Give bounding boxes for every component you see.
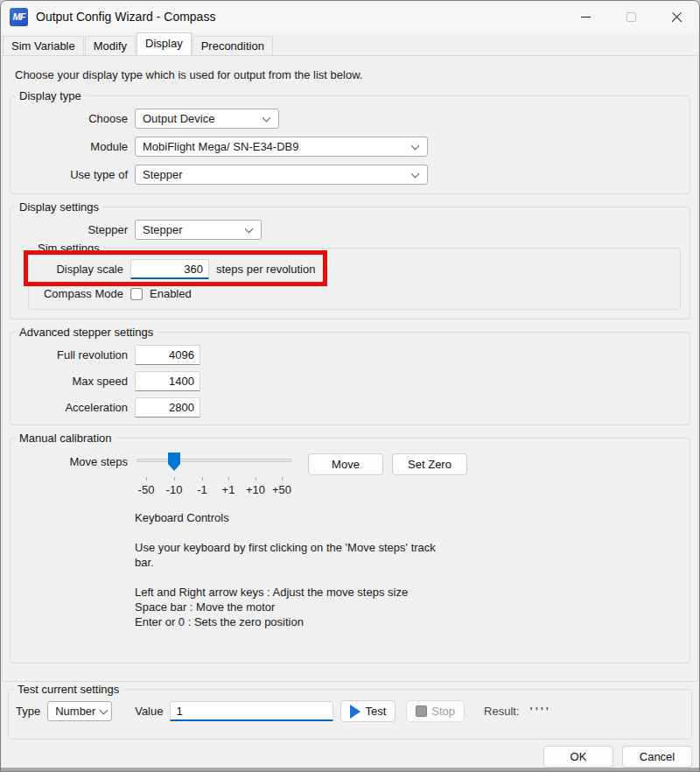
keyboard-controls-block: Keyboard Controls Use your keyboard by f… xyxy=(135,510,441,629)
titlebar: MF Output Config Wizard - Compass xyxy=(1,1,699,32)
slider-tick-mark xyxy=(282,477,283,481)
test-type-value: Number xyxy=(55,705,95,718)
test-current-settings-group: Test current settings Type Number Value … xyxy=(8,689,692,740)
acceleration-input[interactable] xyxy=(135,397,200,418)
maximize-button[interactable] xyxy=(608,1,654,32)
chevron-down-icon xyxy=(262,113,271,122)
display-tab-page: Choose your display type which is used f… xyxy=(2,55,698,682)
display-settings-group: Display settings Stepper Stepper Sim set… xyxy=(10,207,690,319)
use-type-of-select[interactable]: Stepper xyxy=(135,165,428,185)
slider-tick-mark xyxy=(174,477,175,481)
max-speed-input[interactable] xyxy=(135,371,200,391)
module-value: MobiFlight Mega/ SN-E34-DB9 xyxy=(143,140,298,153)
window-title: Output Config Wizard - Compass xyxy=(36,10,215,24)
result-value: '''' xyxy=(530,705,551,718)
display-type-group-title: Display type xyxy=(16,89,85,102)
result-label: Result: xyxy=(484,705,519,718)
caption-buttons xyxy=(563,1,699,32)
compass-mode-label: Compass Mode xyxy=(36,287,123,300)
slider-track[interactable] xyxy=(136,459,292,462)
type-label: Type xyxy=(16,705,40,718)
keyboard-controls-intro: Use your keyboard by first clicking on t… xyxy=(135,540,441,570)
full-revolution-label: Full revolution xyxy=(18,348,128,361)
stop-button-label: Stop xyxy=(431,705,455,718)
minimize-button[interactable] xyxy=(563,1,608,32)
minimize-icon xyxy=(581,17,591,18)
window-bottom-edge xyxy=(1,768,699,772)
test-button-label: Test xyxy=(365,705,386,718)
maximize-icon xyxy=(626,12,636,22)
full-revolution-input[interactable] xyxy=(135,345,200,365)
stop-icon xyxy=(416,705,427,717)
move-button[interactable]: Move xyxy=(308,453,383,475)
sim-settings-group-title: Sim settings xyxy=(34,242,103,255)
chevron-down-icon xyxy=(100,705,108,714)
chevron-down-icon xyxy=(411,141,420,150)
slider-tick-label: +10 xyxy=(246,483,265,496)
move-steps-trackbar[interactable]: -50 -10 -1 +1 +10 +50 xyxy=(135,451,298,496)
slider-tick-mark xyxy=(228,477,229,481)
test-button[interactable]: Test xyxy=(340,700,396,722)
slider-tick-label: -50 xyxy=(138,483,155,496)
slider-tick-mark xyxy=(146,477,147,481)
test-current-settings-group-title: Test current settings xyxy=(14,683,122,696)
display-settings-group-title: Display settings xyxy=(16,200,102,214)
slider-tick-label: -1 xyxy=(197,483,207,496)
move-steps-label: Move steps xyxy=(18,455,128,468)
manual-calibration-group-title: Manual calibration xyxy=(16,432,116,445)
keyboard-controls-line: Space bar : Move the motor xyxy=(135,600,441,614)
compass-mode-enabled-text: Enabled xyxy=(150,287,192,300)
stepper-select[interactable]: Stepper xyxy=(135,220,262,240)
chevron-down-icon xyxy=(245,224,254,233)
close-icon xyxy=(671,11,682,23)
slider-tick-label: +1 xyxy=(222,483,235,496)
advanced-stepper-settings-group-title: Advanced stepper settings xyxy=(16,326,157,339)
module-select[interactable]: MobiFlight Mega/ SN-E34-DB9 xyxy=(135,137,428,157)
manual-calibration-group: Manual calibration Move steps -50 -10 -1… xyxy=(10,438,690,663)
display-type-group: Display type Choose Output Device Module… xyxy=(10,95,690,194)
stepper-label: Stepper xyxy=(18,223,128,236)
compass-mode-checkbox[interactable] xyxy=(130,288,143,300)
keyboard-controls-title: Keyboard Controls xyxy=(135,510,441,525)
cancel-button[interactable]: Cancel xyxy=(622,746,692,768)
choose-label: Choose xyxy=(18,112,128,125)
ok-button[interactable]: OK xyxy=(543,746,613,768)
keyboard-controls-line: Enter or 0 : Sets the zero position xyxy=(135,614,441,629)
display-scale-suffix: steps per revolution xyxy=(216,263,315,276)
mobiflight-logo-icon: MF xyxy=(10,8,28,26)
intro-text: Choose your display type which is used f… xyxy=(15,68,692,81)
acceleration-label: Acceleration xyxy=(18,401,128,414)
use-type-of-value: Stepper xyxy=(143,168,183,181)
set-zero-button[interactable]: Set Zero xyxy=(392,453,467,475)
value-label: Value xyxy=(135,705,163,718)
slider-tick-label: +50 xyxy=(272,483,291,496)
max-speed-label: Max speed xyxy=(18,375,128,388)
slider-thumb[interactable] xyxy=(168,453,180,471)
tab-display[interactable]: Display xyxy=(136,32,192,55)
output-config-wizard-window: MF Output Config Wizard - Compass Sim Va… xyxy=(0,0,700,772)
choose-display-type-select[interactable]: Output Device xyxy=(135,109,279,129)
close-button[interactable] xyxy=(654,1,699,32)
test-value-input[interactable] xyxy=(170,701,333,721)
module-label: Module xyxy=(18,140,128,153)
tab-strip: Sim Variable Modify Display Precondition xyxy=(1,32,699,55)
tab-sim-variable[interactable]: Sim Variable xyxy=(3,36,84,55)
use-type-of-label: Use type of xyxy=(18,168,128,181)
slider-tick-mark xyxy=(256,477,256,481)
play-icon xyxy=(350,705,360,719)
stop-button[interactable]: Stop xyxy=(406,700,465,722)
tab-modify[interactable]: Modify xyxy=(85,36,136,55)
footer: OK Cancel xyxy=(1,740,699,768)
tab-precondition[interactable]: Precondition xyxy=(192,36,273,55)
display-scale-input[interactable] xyxy=(130,259,209,279)
slider-tick-label: -10 xyxy=(166,483,183,496)
keyboard-controls-line: Left and Right arrow keys : Adjust the m… xyxy=(135,585,441,600)
slider-tick-mark xyxy=(202,477,203,481)
advanced-stepper-settings-group: Advanced stepper settings Full revolutio… xyxy=(10,332,690,425)
choose-display-type-value: Output Device xyxy=(143,112,214,125)
chevron-down-icon xyxy=(411,169,420,178)
stepper-value: Stepper xyxy=(143,223,183,236)
test-type-select[interactable]: Number xyxy=(47,701,112,721)
display-scale-label: Display scale xyxy=(36,263,123,276)
sim-settings-group: Sim settings Display scale steps per rev… xyxy=(28,248,681,310)
